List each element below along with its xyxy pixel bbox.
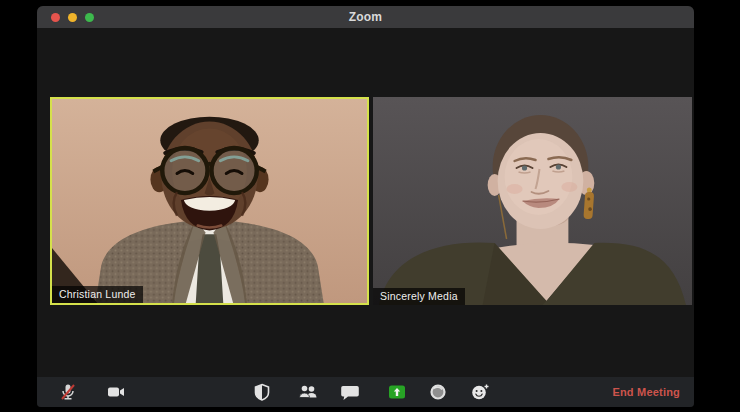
titlebar: Zoom	[37, 6, 694, 28]
traffic-lights	[51, 6, 94, 28]
video-tile-sincerely-media[interactable]: Sincerely Media	[373, 97, 692, 305]
participants-icon	[298, 383, 318, 401]
end-meeting-button[interactable]: End Meeting	[606, 377, 686, 407]
microphone-muted-icon	[59, 383, 77, 401]
reactions-icon	[470, 383, 490, 401]
chat-button[interactable]	[336, 378, 364, 406]
participant-video-christian-lunde	[52, 99, 367, 303]
share-screen-icon	[388, 383, 406, 401]
share-screen-button[interactable]	[383, 378, 411, 406]
chat-bubble-icon	[341, 383, 359, 401]
zoom-window: Zoom	[37, 6, 694, 407]
minimize-window-button[interactable]	[68, 13, 77, 22]
window-title: Zoom	[349, 10, 382, 24]
video-tile-christian-lunde[interactable]: Christian Lunde	[50, 97, 369, 305]
participant-name-label: Christian Lunde	[52, 286, 143, 304]
meeting-toolbar: End Meeting	[37, 377, 694, 407]
video-camera-icon	[106, 383, 126, 401]
close-window-button[interactable]	[51, 13, 60, 22]
participant-video-sincerely-media	[373, 97, 692, 305]
record-button[interactable]	[424, 378, 452, 406]
screen: Zoom	[0, 0, 740, 412]
fullscreen-window-button[interactable]	[85, 13, 94, 22]
video-button[interactable]	[102, 378, 130, 406]
mute-button[interactable]	[54, 378, 82, 406]
participant-name-label: Sincerely Media	[373, 288, 465, 306]
reactions-button[interactable]	[466, 378, 494, 406]
participants-button[interactable]	[294, 378, 322, 406]
record-icon	[429, 383, 447, 401]
security-button[interactable]	[248, 378, 276, 406]
security-shield-icon	[253, 383, 271, 401]
